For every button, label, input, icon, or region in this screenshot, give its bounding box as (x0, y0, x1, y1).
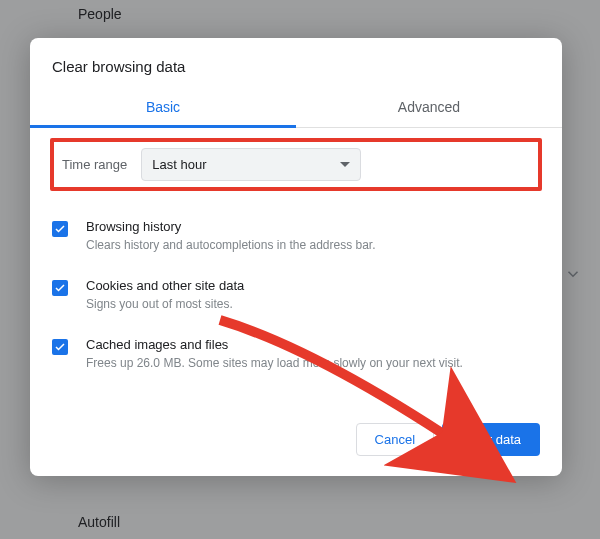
option-cookies: Cookies and other site data Signs you ou… (52, 266, 540, 325)
time-range-value: Last hour (152, 157, 206, 172)
options-list: Browsing history Clears history and auto… (30, 201, 562, 383)
bg-section-autofill: Autofill (78, 514, 120, 530)
clear-data-button[interactable]: Clear data (442, 423, 540, 456)
option-desc: Clears history and autocompletions in th… (86, 237, 540, 254)
checkbox-browsing-history[interactable] (52, 221, 68, 237)
option-title: Cached images and files (86, 337, 540, 352)
cancel-button[interactable]: Cancel (356, 423, 434, 456)
checkbox-cookies[interactable] (52, 280, 68, 296)
option-title: Cookies and other site data (86, 278, 540, 293)
checkbox-cached[interactable] (52, 339, 68, 355)
option-title: Browsing history (86, 219, 540, 234)
tab-advanced[interactable]: Advanced (296, 89, 562, 127)
time-range-label: Time range (60, 157, 127, 172)
tab-bar: Basic Advanced (30, 89, 562, 128)
time-range-select[interactable]: Last hour (141, 148, 361, 181)
caret-down-icon (340, 162, 350, 167)
time-range-highlight: Time range Last hour (50, 138, 542, 191)
tab-basic[interactable]: Basic (30, 89, 296, 127)
option-browsing-history: Browsing history Clears history and auto… (52, 207, 540, 266)
clear-browsing-data-dialog: Clear browsing data Basic Advanced Time … (30, 38, 562, 476)
bg-section-people: People (78, 6, 122, 22)
chevron-down-icon (564, 265, 582, 286)
dialog-actions: Cancel Clear data (30, 383, 562, 458)
dialog-title: Clear browsing data (30, 38, 562, 89)
option-desc: Signs you out of most sites. (86, 296, 540, 313)
option-cached: Cached images and files Frees up 26.0 MB… (52, 325, 540, 384)
option-desc: Frees up 26.0 MB. Some sites may load mo… (86, 355, 540, 372)
